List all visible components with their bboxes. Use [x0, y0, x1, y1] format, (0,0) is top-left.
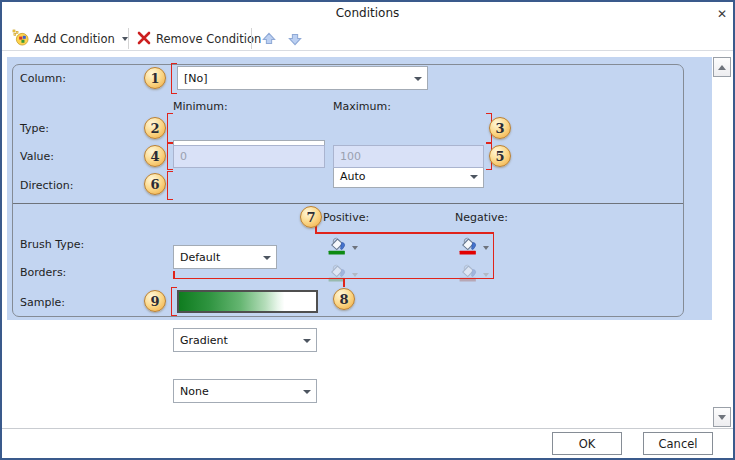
- group-separator: [13, 203, 683, 204]
- type-maximum-value: Auto: [340, 170, 366, 183]
- value-label: Value:: [20, 150, 54, 163]
- add-condition-dropdown-icon: [122, 37, 128, 41]
- chevron-down-icon: [470, 175, 478, 179]
- add-condition-icon: [12, 29, 29, 49]
- callout-6: 6: [144, 173, 166, 195]
- move-down-button[interactable]: [287, 31, 303, 50]
- value-maximum-input: 100: [333, 145, 484, 168]
- sample-label: Sample:: [20, 296, 65, 309]
- positive-header: Positive:: [323, 211, 369, 224]
- annotation-bracket-2: [167, 113, 173, 143]
- remove-condition-button[interactable]: Remove Condition: [133, 28, 265, 50]
- triangle-down-icon: [718, 415, 726, 420]
- add-condition-label: Add Condition: [34, 32, 115, 46]
- borders-value: None: [180, 385, 209, 398]
- arrow-up-icon: [261, 31, 277, 47]
- annotation-bracket-6: [167, 171, 173, 200]
- chevron-down-icon: [263, 256, 271, 260]
- value-maximum-text: 100: [340, 150, 361, 163]
- callout-9: 9: [144, 290, 166, 312]
- footer-divider: [2, 428, 733, 429]
- add-condition-button[interactable]: Add Condition: [8, 28, 132, 50]
- sample-preview-bar: [177, 290, 318, 313]
- move-up-button[interactable]: [261, 31, 277, 50]
- positive-brush-dropdown-icon[interactable]: [352, 246, 358, 250]
- minimum-header: Minimum:: [173, 100, 228, 113]
- scrollbar-up-button[interactable]: [713, 57, 731, 77]
- callout-1: 1: [144, 67, 166, 89]
- direction-label: Direction:: [20, 179, 73, 192]
- annotation-line-7b: [315, 232, 494, 234]
- borders-select[interactable]: None: [173, 379, 317, 403]
- negative-header: Negative:: [455, 211, 508, 224]
- annotation-bracket-9: [171, 287, 177, 316]
- scrollbar-down-button[interactable]: [713, 407, 731, 427]
- value-minimum-input: 0: [173, 145, 325, 168]
- positive-brush-color-button[interactable]: [324, 232, 350, 256]
- positive-border-color-button: [324, 259, 350, 283]
- chevron-down-icon: [303, 339, 311, 343]
- brush-type-select[interactable]: Gradient: [173, 328, 317, 352]
- positive-border-dropdown-icon: [352, 273, 358, 277]
- maximum-header: Maximum:: [333, 100, 391, 113]
- callout-3: 3: [489, 117, 511, 139]
- annotation-line-8b: [173, 271, 175, 278]
- brush-type-label: Brush Type:: [20, 238, 84, 251]
- annotation-bracket-4: [167, 143, 173, 170]
- conditions-dialog: Conditions ✕ Add Condition Remove Condit…: [0, 0, 735, 460]
- paint-bucket-icon: [458, 234, 479, 255]
- column-select-value: [No]: [184, 72, 208, 85]
- type-label: Type:: [20, 122, 49, 135]
- callout-5: 5: [489, 145, 511, 167]
- annotation-line-8c: [343, 278, 345, 287]
- callout-8: 8: [333, 288, 355, 310]
- toolbar-divider: [2, 50, 733, 51]
- brush-type-value: Gradient: [180, 334, 228, 347]
- cancel-button[interactable]: Cancel: [643, 432, 713, 455]
- chevron-down-icon: [414, 77, 422, 81]
- column-label: Column:: [20, 72, 66, 85]
- chevron-down-icon: [303, 390, 311, 394]
- remove-condition-icon: [137, 31, 151, 48]
- negative-border-dropdown-icon: [483, 273, 489, 277]
- annotation-line-7c: [493, 232, 495, 279]
- toolbar-separator: [128, 28, 129, 49]
- annotation-bracket-1: [171, 63, 177, 94]
- negative-brush-dropdown-icon[interactable]: [483, 246, 489, 250]
- paint-bucket-icon: [327, 234, 348, 255]
- toolbar-separator: [251, 28, 252, 49]
- negative-brush-color-button[interactable]: [455, 232, 481, 256]
- negative-border-color-button: [455, 259, 481, 283]
- callout-4: 4: [144, 145, 166, 167]
- dialog-title: Conditions: [2, 4, 733, 22]
- ok-button[interactable]: OK: [552, 432, 622, 455]
- annotation-line-8a: [173, 278, 494, 280]
- direction-value: Default: [180, 251, 220, 264]
- value-minimum-text: 0: [180, 150, 187, 163]
- borders-label: Borders:: [20, 266, 66, 279]
- remove-condition-label: Remove Condition: [156, 32, 261, 46]
- column-select[interactable]: [No]: [177, 66, 428, 90]
- triangle-up-icon: [718, 65, 726, 70]
- callout-7: 7: [300, 206, 322, 228]
- arrow-down-icon: [287, 31, 303, 47]
- close-icon[interactable]: ✕: [712, 5, 732, 23]
- callout-2: 2: [144, 117, 166, 139]
- direction-select[interactable]: Default: [173, 245, 277, 269]
